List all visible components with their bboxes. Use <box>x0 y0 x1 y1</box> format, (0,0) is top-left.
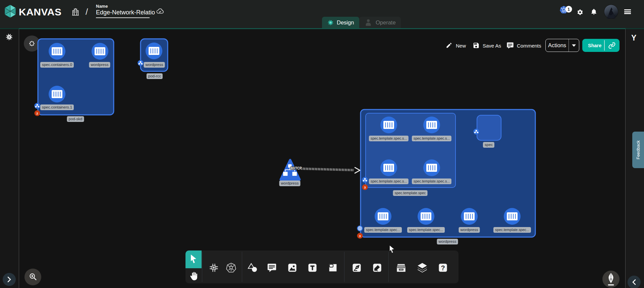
svg-text:?: ? <box>441 264 445 272</box>
svg-text:3: 3 <box>359 234 361 238</box>
svg-text:2: 2 <box>36 112 38 115</box>
svg-text:3: 3 <box>364 186 366 189</box>
svg-text:80/TCP: 80/TCP <box>290 166 302 170</box>
